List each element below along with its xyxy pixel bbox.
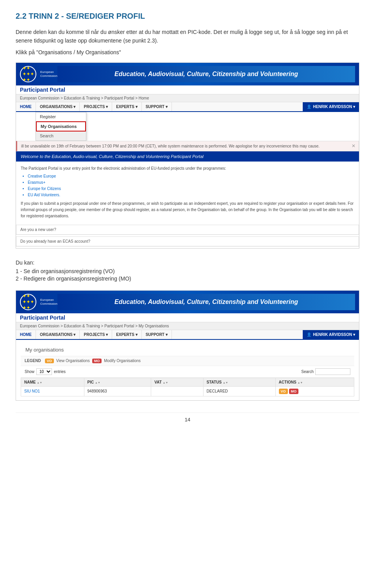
dropdown-search[interactable]: Search (36, 131, 86, 140)
row-status: DECLARED (203, 386, 275, 396)
list-item-1: 1 - Se din organisasjonsregistrering (VO… (16, 268, 359, 274)
user-icon: 👤 (307, 105, 311, 109)
table-body: SIU NO1 948906963 DECLARED VO MO (21, 386, 354, 396)
action-vo-button[interactable]: VO (279, 389, 288, 394)
nav-experts[interactable]: EXPERTS ▾ (112, 102, 141, 111)
row-vat (151, 386, 204, 396)
program-list: Creative Europe Erasmus+ Europe for Citi… (28, 173, 354, 198)
eu-flag-circle: ✦✦✦✦✦✦✦ (20, 66, 36, 82)
dropdown-my-organisations[interactable]: My Organisations (36, 121, 86, 131)
program-item-4: EU Aid Volunteers. (28, 192, 354, 198)
breadcrumb: European Commission > Education & Traini… (16, 94, 359, 102)
du-kan-label: Du kan: (16, 259, 359, 266)
accordion-2[interactable]: Do you already have an ECAS account? (16, 236, 359, 247)
actions-cell: VO MO (279, 389, 351, 394)
row-pic: 948906963 (84, 386, 151, 396)
can-do-list: 1 - Se din organisasjonsregistrering (VO… (16, 268, 359, 282)
portal-header-banner: ✦✦✦✦✦✦✦ European Commission Education, A… (16, 63, 359, 85)
accordion-1[interactable]: Are you a new user? (16, 225, 359, 235)
sort-arrows-actions[interactable]: ▲▼ (297, 381, 303, 384)
legend-label: LEGEND (25, 359, 41, 363)
search-box: Search (301, 368, 350, 375)
portal2-ec-text-line2: Commission (40, 302, 57, 306)
sort-arrows-status[interactable]: ▲▼ (223, 381, 228, 384)
portal2-nav-projects[interactable]: PROJECTS ▾ (80, 330, 112, 339)
portal2-user-icon: 👤 (307, 332, 311, 337)
col-vat: VAT ▲▼ (151, 378, 204, 386)
portal-para2: If you plan to submit a project proposal… (21, 201, 354, 219)
portal2-nav-user[interactable]: 👤 HENRIK ARVIDSSON ▾ (303, 330, 359, 339)
instruction-text: Klikk på "Organisations / My Organisatio… (16, 49, 359, 55)
portal2-nav-bar: HOME ORGANISATIONS ▾ PROJECTS ▾ EXPERTS … (16, 330, 359, 340)
portal2-nav-experts[interactable]: EXPERTS ▾ (112, 330, 141, 339)
portal2-nav-organisations[interactable]: ORGANISATIONS ▾ (36, 330, 80, 339)
welcome-banner: Welcome to the Education, Audio-visual, … (16, 151, 359, 162)
sort-arrows-pic[interactable]: ▲▼ (95, 381, 100, 384)
search-label: Search (301, 369, 314, 374)
organisations-table: NAME ▲▼ PIC ▲▼ VAT ▲▼ STATUS ▲▼ (21, 378, 354, 396)
show-entries: Show 102550 entries (25, 368, 66, 375)
nav-organisations[interactable]: ORGANISATIONS ▾ (36, 102, 80, 111)
badge-vo-text: View Organisations (56, 359, 90, 363)
portal2-eu-flag: ✦✦✦✦✦✦✦ (20, 294, 36, 310)
portal2-nav-home[interactable]: HOME (16, 330, 36, 339)
row-actions: VO MO (275, 386, 354, 396)
table-row: SIU NO1 948906963 DECLARED VO MO (21, 386, 354, 396)
badge-mo-text: Modify Organisations (104, 359, 141, 363)
sort-arrows-name[interactable]: ▲▼ (37, 381, 42, 384)
accordion-item-1[interactable]: Are you a new user? (16, 225, 359, 234)
program-item-2: Erasmus+ (28, 179, 354, 186)
sort-arrows-vat[interactable]: ▲▼ (163, 381, 168, 384)
portal2-eu-logo-area: ✦✦✦✦✦✦✦ European Commission (20, 294, 57, 310)
col-status: STATUS ▲▼ (203, 378, 275, 386)
badge-vo: VO (45, 359, 54, 363)
my-orgs-title: My organisations (21, 344, 354, 356)
participant-portal-bar: Participant Portal (16, 85, 359, 94)
row-name[interactable]: SIU NO1 (21, 386, 84, 396)
nav-bar: HOME ORGANISATIONS ▾ PROJECTS ▾ EXPERTS … (16, 102, 359, 112)
portal-screenshot-2: ✦✦✦✦✦✦✦ European Commission Education, A… (16, 290, 359, 401)
page-heading: 2.2 TRINN 2 - SE/REDIGER PROFIL (16, 12, 359, 21)
close-icon[interactable]: ✕ (352, 143, 355, 149)
legend-bar: LEGEND VO View Organisations MO Modify O… (21, 356, 354, 366)
list-item-2: 2 - Redigere din organisasjonsregistreri… (16, 275, 359, 282)
entries-select[interactable]: 102550 (36, 368, 52, 375)
table-controls: Show 102550 entries Search (21, 366, 354, 378)
col-name: NAME ▲▼ (21, 378, 84, 386)
portal2-ec-text-line1: European (40, 298, 54, 302)
eu-logo-area: ✦✦✦✦✦✦✦ European Commission (20, 66, 57, 82)
page-number: 14 (16, 412, 359, 423)
nav-user[interactable]: 👤 HENRIK ARVIDSSON ▾ (303, 102, 359, 111)
program-item-1: Creative Europe (28, 173, 354, 179)
portal-title-banner: Education, Audiovisual, Culture, Citizen… (57, 66, 355, 82)
intro-paragraph: Denne delen kan du komme til når du ønsk… (16, 28, 359, 45)
alert-banner: ill be unavailable on 19th of February b… (16, 141, 359, 151)
portal2-nav-support[interactable]: SUPPORT ▾ (142, 330, 172, 339)
program-item-3: Europe for Citizens (28, 186, 354, 192)
ec-logo-box: European Commission (40, 70, 57, 78)
col-actions: ACTIONS ▲▼ (275, 378, 354, 386)
badge-mo: MO (92, 359, 102, 363)
action-mo-button[interactable]: MO (289, 389, 299, 394)
nav-projects[interactable]: PROJECTS ▾ (80, 102, 112, 111)
welcome-body: The Participant Portal is your entry poi… (21, 165, 354, 172)
show-label: Show (25, 369, 34, 374)
eu-stars: ✦✦✦✦✦✦✦ (22, 65, 34, 83)
portal2-ec-logo-box: European Commission (40, 298, 57, 306)
portal2-header-banner: ✦✦✦✦✦✦✦ European Commission Education, A… (16, 291, 359, 313)
entries-label: entries (54, 369, 66, 374)
dropdown-register[interactable]: Register (36, 112, 86, 121)
nav-home[interactable]: HOME (16, 102, 36, 111)
portal2-participant-portal-bar: Participant Portal (16, 313, 359, 322)
portal-content: The Participant Portal is your entry poi… (16, 162, 359, 223)
table-header: NAME ▲▼ PIC ▲▼ VAT ▲▼ STATUS ▲▼ (21, 378, 354, 386)
portal2-participant-portal-label: Participant Portal (20, 314, 65, 321)
accordion-item-2[interactable]: Do you already have an ECAS account? (16, 237, 359, 246)
participant-portal-label: Participant Portal (20, 87, 65, 93)
portal-screenshot-1: ✦✦✦✦✦✦✦ European Commission Education, A… (16, 62, 359, 249)
my-orgs-content: My organisations LEGEND VO View Organisa… (16, 340, 359, 400)
nav-support[interactable]: SUPPORT ▾ (142, 102, 172, 111)
organisations-dropdown: Register My Organisations Search (36, 112, 86, 141)
alert-text: ill be unavailable on 19th of February b… (21, 144, 320, 148)
search-input[interactable] (315, 368, 350, 375)
